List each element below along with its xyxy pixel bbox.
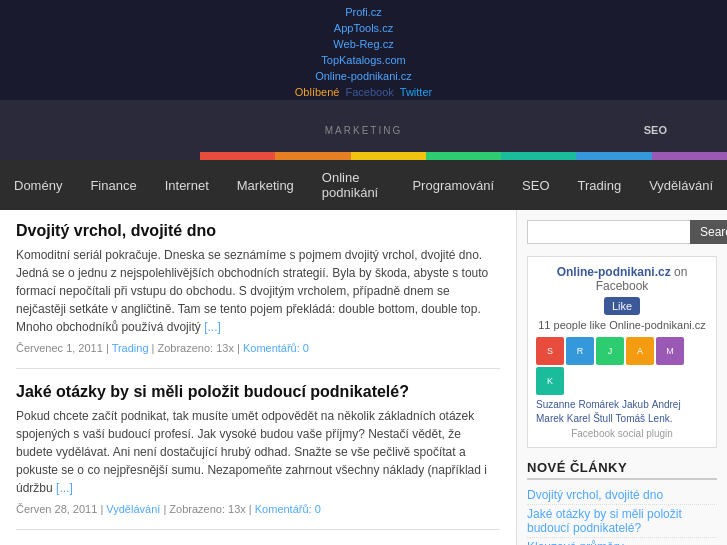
search-input[interactable] xyxy=(527,220,690,244)
new-article-link[interactable]: Jaké otázky by si měli položit budoucí p… xyxy=(527,505,717,538)
article-2: Jaké otázky by si měli položit budoucí p… xyxy=(16,383,500,530)
new-articles-title: NOVÉ ČLÁNKY xyxy=(527,460,717,480)
fb-name[interactable]: Suzanne xyxy=(536,399,575,410)
fb-name[interactable]: Andrej xyxy=(652,399,681,410)
fb-like-button[interactable]: Like xyxy=(604,297,640,315)
nav-trading[interactable]: Trading xyxy=(564,168,636,203)
nav-programovani[interactable]: Programování xyxy=(398,168,508,203)
search-button[interactable]: Search xyxy=(690,220,727,244)
fb-name[interactable]: Lenk. xyxy=(648,413,672,424)
topbar-link-online[interactable]: Online-podnikani.cz xyxy=(0,68,727,84)
fb-name[interactable]: Tomáš xyxy=(616,413,645,424)
new-articles-list: Dvojitý vrchol, dvojité dnoJaké otázky b… xyxy=(527,486,717,545)
article-1-category[interactable]: Trading xyxy=(112,342,149,354)
banner-area: marketing SEO xyxy=(0,100,727,160)
article-1-body: Komoditní seriál pokračuje. Dneska se se… xyxy=(16,246,500,336)
sidebar: Search Online-podnikani.cz on Facebook L… xyxy=(517,210,727,545)
fb-avatars: SRJAMK xyxy=(536,337,708,395)
topbar-link-webreg[interactable]: Web-Reg.cz xyxy=(0,36,727,52)
fb-avatar: R xyxy=(566,337,594,365)
nav-seo[interactable]: SEO xyxy=(508,168,563,203)
top-social-bar: Oblíbené Facebook Twitter xyxy=(0,86,727,98)
topbar-link-apptools[interactable]: AppTools.cz xyxy=(0,20,727,36)
fb-avatar: A xyxy=(626,337,654,365)
sidebar-search-box: Search xyxy=(527,220,717,244)
fb-name[interactable]: Štull xyxy=(593,413,612,424)
article-1-more[interactable]: [...] xyxy=(204,320,221,334)
fb-name[interactable]: Jakub xyxy=(622,399,649,410)
fb-avatar: J xyxy=(596,337,624,365)
article-2-meta: Červen 28, 2011 | Vydělávání | Zobrazeno… xyxy=(16,503,500,515)
article-2-title[interactable]: Jaké otázky by si měli položit budoucí p… xyxy=(16,383,500,401)
new-article-link[interactable]: Klouzavé průměry xyxy=(527,538,717,545)
top-bar: Profi.cz AppTools.cz Web-Reg.cz TopKatal… xyxy=(0,0,727,100)
facebook-box: Online-podnikani.cz on Facebook Like 11 … xyxy=(527,256,717,448)
fb-avatar: K xyxy=(536,367,564,395)
topbar-link-topkatalogs[interactable]: TopKatalogs.com xyxy=(0,52,727,68)
main-nav: Domény Finance Internet Marketing Online… xyxy=(0,160,727,210)
nav-domeny[interactable]: Domény xyxy=(0,168,76,203)
banner-seo-label: SEO xyxy=(644,124,667,136)
facebook-link[interactable]: Facebook xyxy=(345,86,393,98)
nav-finance[interactable]: Finance xyxy=(76,168,150,203)
article-2-body: Pokud chcete začít podnikat, tak musíte … xyxy=(16,407,500,497)
banner-colorbar xyxy=(200,152,727,160)
fb-names: Suzanne Romárek Jakub Andrej Marek Karel… xyxy=(536,399,708,424)
article-1-title[interactable]: Dvojitý vrchol, dvojité dno xyxy=(16,222,500,240)
oblibene-link[interactable]: Oblíbené xyxy=(295,86,340,98)
fb-avatar: M xyxy=(656,337,684,365)
main-layout: Dvojitý vrchol, dvojité dno Komoditní se… xyxy=(0,210,727,545)
nav-online-podnikani[interactable]: Online podnikání xyxy=(308,160,399,210)
banner-marketing-text: marketing xyxy=(325,125,402,136)
fb-name[interactable]: Karel xyxy=(567,413,590,424)
fb-name[interactable]: Romárek xyxy=(578,399,619,410)
new-articles-section: NOVÉ ČLÁNKY Dvojitý vrchol, dvojité dnoJ… xyxy=(527,460,717,545)
article-2-comments[interactable]: Komentářů: 0 xyxy=(255,503,321,515)
fb-name[interactable]: Marek xyxy=(536,413,564,424)
twitter-link[interactable]: Twitter xyxy=(400,86,432,98)
content-area: Dvojitý vrchol, dvojité dno Komoditní se… xyxy=(0,210,517,545)
fb-count: 11 people like Online-podnikani.cz xyxy=(536,319,708,331)
article-2-more[interactable]: [...] xyxy=(56,481,73,495)
article-1-comments[interactable]: Komentářů: 0 xyxy=(243,342,309,354)
topbar-link-profi[interactable]: Profi.cz xyxy=(0,4,727,20)
new-article-link[interactable]: Dvojitý vrchol, dvojité dno xyxy=(527,486,717,505)
nav-internet[interactable]: Internet xyxy=(151,168,223,203)
fb-plugin-link[interactable]: Facebook social plugin xyxy=(536,428,708,439)
article-2-category[interactable]: Vydělávání xyxy=(106,503,160,515)
nav-vydelavani[interactable]: Vydělávání xyxy=(635,168,727,203)
article-1-meta: Červenec 1, 2011 | Trading | Zobrazeno: … xyxy=(16,342,500,354)
nav-marketing[interactable]: Marketing xyxy=(223,168,308,203)
article-1: Dvojitý vrchol, dvojité dno Komoditní se… xyxy=(16,222,500,369)
fb-avatar: S xyxy=(536,337,564,365)
fb-box-title: Online-podnikani.cz on Facebook xyxy=(536,265,708,293)
